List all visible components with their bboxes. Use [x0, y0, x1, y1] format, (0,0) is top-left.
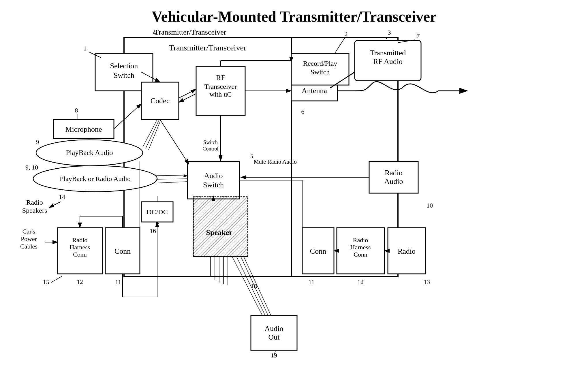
- audio-switch-label-2: Switch: [203, 181, 224, 189]
- dcdc-dot: [156, 222, 159, 225]
- codec-to-audio-switch-arrow: [160, 120, 189, 164]
- radio-harness-label-left-2: Harness: [70, 244, 90, 251]
- audio-out-label-2: Out: [268, 333, 280, 341]
- diagram-container: Vehicular-Mounted Transmitter/Transceive…: [0, 0, 588, 386]
- audio-switch-box: [187, 161, 239, 199]
- cars-power-label-2: Power: [21, 235, 37, 242]
- record-play-label-1: Record/Play: [303, 60, 337, 67]
- ref-12-right: 12: [357, 278, 364, 285]
- speaker-label: Speaker: [206, 228, 232, 237]
- radio-speakers-label-1: Radio: [26, 199, 43, 206]
- radio-harness-label-right-2: Harness: [350, 244, 371, 251]
- selection-switch-label-1: Selection: [110, 62, 138, 70]
- audio-out-label-1: Audio: [265, 324, 283, 333]
- microphone-label: Microphone: [65, 125, 102, 133]
- ref-6: 6: [301, 108, 305, 115]
- ref-910: 9, 10: [25, 164, 38, 171]
- ref-1: 1: [84, 45, 87, 52]
- rf-label-3: with uC: [210, 91, 232, 98]
- ref-7: 7: [417, 32, 420, 39]
- switch-control-label-1: Switch: [203, 140, 218, 145]
- ref-11-left: 11: [115, 278, 121, 285]
- ref-18: 18: [251, 283, 257, 290]
- ref-14: 14: [59, 193, 65, 200]
- radio-speakers-label-2: Speakers: [22, 207, 47, 214]
- record-play-label-2: Switch: [311, 68, 330, 76]
- radio-harness-label-left-3: Conn: [73, 251, 87, 258]
- rf-label-2: Transceiver: [204, 83, 237, 90]
- selection-switch-label-2: Switch: [114, 71, 134, 80]
- audio-switch-label-1: Audio: [204, 172, 223, 180]
- outer-box-label: Transmitter/Transceiver: [154, 28, 226, 36]
- playback-line-2: [146, 120, 159, 148]
- transmitter-transceiver-label: Transmitter/Transceiver: [169, 43, 247, 52]
- radio-label: Radio: [398, 247, 416, 255]
- codec-label: Codec: [151, 97, 170, 105]
- speaker-box: [193, 196, 248, 257]
- speaker-line-6: [232, 257, 262, 316]
- antenna-label: Antenna: [302, 86, 327, 95]
- antenna-rf-line: [337, 82, 450, 93]
- ref-10: 10: [427, 202, 433, 209]
- switch-control-label-2: Control: [202, 146, 218, 152]
- radio-audio-label-1: Radio: [385, 169, 403, 177]
- cars-power-label-1: Car's: [22, 228, 35, 235]
- mic-to-codec-line: [114, 104, 141, 129]
- radio-audio-to-switch-line-2: [156, 179, 187, 179]
- playback-line-1: [143, 120, 157, 147]
- cars-power-label-3: Cables: [20, 243, 37, 250]
- codec-to-rf-arrow: [179, 89, 196, 98]
- ref15-line: [51, 276, 62, 283]
- conn-left-label: Conn: [114, 247, 131, 255]
- ref-9: 9: [36, 138, 39, 146]
- ref2-line: [335, 38, 345, 54]
- ref-16: 16: [150, 227, 156, 234]
- rf-to-codec-arrow: [179, 94, 196, 102]
- radio-audio-to-switch-line-1: [156, 175, 187, 176]
- ref-19: 19: [271, 352, 277, 359]
- mute-radio-audio-label: Mute Radio Audio: [254, 159, 297, 165]
- radio-harness-label-right-1: Radio: [353, 236, 368, 244]
- ref-15: 15: [43, 278, 49, 285]
- ref-13: 13: [424, 278, 430, 285]
- ref-3: 3: [388, 29, 391, 36]
- transmitted-rf-label-1: Transmitted: [370, 49, 406, 57]
- playback-audio-label: PlayBack Audio: [66, 149, 113, 157]
- ref-11-right: 11: [308, 278, 314, 285]
- rf-label-1: RF: [216, 74, 225, 82]
- dcdc-label: DC/DC: [146, 208, 168, 216]
- speakers-arrow: [49, 202, 61, 208]
- ref-5: 5: [250, 153, 253, 159]
- radio-audio-to-switch-line-3: [156, 182, 187, 183]
- title: Vehicular-Mounted Transmitter/Transceive…: [152, 8, 437, 25]
- playback-radio-audio-label: PlayBack or Radio Audio: [60, 175, 131, 182]
- ref-8: 8: [75, 107, 78, 114]
- speaker-line-9: [244, 257, 271, 316]
- radio-audio-label-2: Audio: [384, 177, 403, 186]
- radio-harness-label-right-3: Conn: [354, 251, 367, 258]
- ref-2: 2: [345, 30, 348, 37]
- radio-harness-label-left-1: Radio: [72, 236, 88, 244]
- ref-12-left: 12: [77, 278, 83, 285]
- transmitted-rf-label-2: RF Audio: [373, 57, 403, 66]
- conn-right-label: Conn: [310, 247, 326, 255]
